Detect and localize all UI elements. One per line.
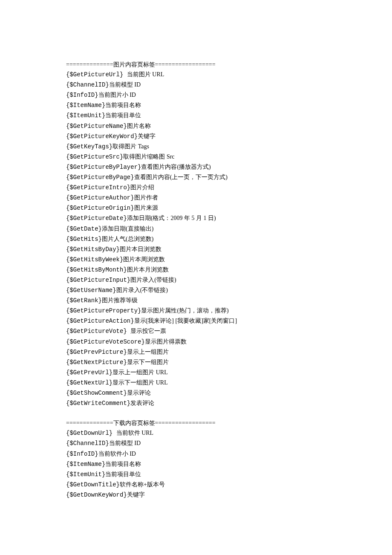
- template-tag: {$GetUserName}: [66, 287, 116, 294]
- template-tag: {$GetHitsByDay}: [66, 246, 120, 253]
- tag-description: 取得图片缩略图 Src: [123, 153, 174, 160]
- tag-description: 关键字: [138, 133, 156, 139]
- template-tag: {$GetKeyTags}: [66, 143, 112, 150]
- tag-line: {$GetHitsByMonth}图片本月浏览数: [66, 265, 326, 275]
- template-tag: {$GetShowComment}: [66, 390, 127, 396]
- tag-description: 显示下一组图片: [127, 359, 169, 365]
- tag-line: {$ChannelID}当前模型 ID: [66, 80, 326, 90]
- tag-line: {$GetRank}图片推荐等级: [66, 295, 326, 306]
- tag-description: 当前模型 ID: [109, 440, 141, 446]
- tag-line: {$GetPictureProperty}显示图片属性(热门，滚动，推荐): [66, 306, 326, 316]
- template-tag: {$GetRank}: [66, 297, 102, 304]
- template-tag: {$GetPictureAuthor}: [66, 194, 134, 201]
- tag-line: {$GetPictureVoteScore}显示图片得票数: [66, 337, 326, 347]
- template-tag: {$GetPictureProperty}: [66, 307, 141, 314]
- tag-description: 显示图片属性(热门，滚动，推荐): [141, 307, 228, 314]
- tag-description: 图片作者: [134, 194, 158, 201]
- tag-description: 当前项目单位: [105, 112, 141, 119]
- tag-description: 图片推荐等级: [102, 297, 138, 304]
- tag-line: {$GetPictureSrc}取得图片缩略图 Src: [66, 152, 326, 162]
- document-page: ==============图片内容页标签=================={…: [0, 0, 392, 500]
- tag-line: {$GetPictureDate}添加日期(格式：2009 年 5 月 1 日): [66, 213, 326, 223]
- tag-line: {$GetPrevPicture}显示上一组图片: [66, 347, 326, 357]
- tag-line: {$GetDownTitle}软件名称+版本号: [66, 480, 326, 490]
- tag-description: 查看图片内容(播放器方式): [141, 164, 210, 170]
- template-tag: {$InfoID}: [66, 92, 98, 98]
- template-tag: {$GetNextPicture}: [66, 359, 127, 366]
- tag-line: {$GetHitsByWeek}图片本周浏览数: [66, 254, 326, 265]
- tag-line: {$GetPictureByPlayer}查看图片内容(播放器方式): [66, 162, 326, 172]
- template-tag: {$ChannelID}: [66, 440, 109, 447]
- tag-description: 显示上一组图片 URL: [112, 369, 168, 376]
- tag-line: {$GetWriteComment}发表评论: [66, 398, 326, 408]
- template-tag: {$ItemName}: [66, 461, 105, 468]
- tag-description: 关键字: [127, 491, 145, 498]
- tag-line: {$GetHitsByDay}图片本日浏览数: [66, 244, 326, 254]
- tag-description: 显示[我来评论] [我要收藏]家[关闭窗口]: [134, 318, 237, 324]
- tag-line: {$GetPictureKeyWord}关键字: [66, 131, 326, 142]
- tag-line: {$GetPictureAuthor}图片作者: [66, 193, 326, 203]
- tag-line: {$GetPictureByPage}查看图片内容(上一页，下一页方式): [66, 172, 326, 182]
- tag-description: 当前模型 ID: [109, 81, 141, 88]
- tag-line: {$GetNextUrl}显示下一组图片 URL: [66, 378, 326, 388]
- tag-line: {$GetHits}图片人气(总浏览数): [66, 234, 326, 244]
- tag-description: 图片来源: [134, 205, 158, 211]
- tag-description: 当前软件 URL: [116, 430, 154, 436]
- tag-line: {$GetPictureOrigin}图片来源: [66, 203, 326, 213]
- template-tag: {$GetNextUrl}: [66, 379, 112, 386]
- tag-description: 当前图片 URL: [127, 71, 164, 78]
- tag-description: 当前项目名称: [105, 102, 141, 108]
- template-tag: {$GetPictureOrigin}: [66, 205, 134, 211]
- template-tag: {$GetDownTitle}: [66, 481, 120, 488]
- template-tag: {$ChannelID}: [66, 81, 109, 88]
- blank-line: [66, 408, 326, 418]
- template-tag: {$GetDownKeyWord}: [66, 491, 127, 498]
- tag-line: {$GetDownKeyWord}关键字: [66, 490, 326, 500]
- tag-line: {$ItemName}当前项目名称: [66, 459, 326, 469]
- tag-line: {$GetPictureIntro}图片介绍: [66, 182, 326, 193]
- template-tag: {$GetDate}: [66, 225, 102, 232]
- tag-line: {$GetPictureInput}图片录入(带链接): [66, 275, 326, 285]
- template-tag: {$GetHitsByWeek}: [66, 256, 123, 263]
- tag-description: 图片本周浏览数: [123, 256, 165, 263]
- tag-description: 图片录入(不带链接): [116, 287, 168, 293]
- tag-description: 图片本月浏览数: [127, 266, 169, 273]
- tag-description: 当前软件小 ID: [98, 451, 136, 457]
- tag-description: 显示下一组图片 URL: [112, 379, 168, 386]
- tag-line: {$ChannelID}当前模型 ID: [66, 438, 326, 448]
- template-tag: {$GetPictureDate}: [66, 215, 127, 222]
- tag-line: {$GetShowComment}显示评论: [66, 388, 326, 398]
- tag-description: 图片人气(总浏览数): [102, 236, 153, 242]
- tag-line: {$GetDate}添加日期(直接输出): [66, 224, 326, 234]
- tag-description: 图片录入(带链接): [130, 277, 176, 283]
- template-tag: {$GetPictureSrc}: [66, 153, 123, 160]
- tag-description: 当前项目单位: [105, 471, 141, 477]
- tag-line: {$GetPictureAction}显示[我来评论] [我要收藏]家[关闭窗口…: [66, 316, 326, 326]
- tag-line: {$InfoID}当前软件小 ID: [66, 449, 326, 459]
- tag-line: {$ItemUnit}当前项目单位: [66, 469, 326, 480]
- template-tag: {$GetPictureByPlayer}: [66, 164, 141, 171]
- template-tag: {$GetHitsByMonth}: [66, 266, 127, 273]
- tag-description: 显示图片得票数: [145, 338, 187, 345]
- tag-line: {$ItemUnit}当前项目单位: [66, 110, 326, 121]
- template-tag: {$GetPictureVoteScore}: [66, 338, 145, 345]
- template-tag: {$GetPictureName}: [66, 123, 127, 130]
- tag-description: 图片名称: [127, 123, 151, 129]
- tag-description: 图片本日浏览数: [120, 246, 161, 252]
- template-tag: {$GetPictureInput}: [66, 277, 130, 283]
- template-tag: {$GetPictureKeyWord}: [66, 133, 138, 140]
- tag-line: {$GetPrevUrl}显示上一组图片 URL: [66, 367, 326, 378]
- tag-description: 软件名称+版本号: [120, 481, 165, 488]
- template-tag: {$GetPictureAction}: [66, 318, 134, 324]
- template-tag: {$GetPictureVote}: [66, 328, 130, 335]
- template-tag: {$GetPictureByPage}: [66, 174, 134, 181]
- section-header: ==============图片内容页标签==================: [66, 60, 326, 69]
- tag-line: {$GetPictureUrl} 当前图片 URL: [66, 69, 326, 80]
- tag-line: {$ItemName}当前项目名称: [66, 100, 326, 110]
- template-tag: {$GetPrevUrl}: [66, 369, 112, 376]
- template-tag: {$GetPictureUrl}: [66, 71, 127, 78]
- tag-description: 当前项目名称: [105, 461, 141, 467]
- tag-description: 当前图片小 ID: [98, 92, 136, 98]
- tag-description: 查看图片内容(上一页，下一页方式): [134, 174, 228, 180]
- section-header: ==============下载内容页标签==================: [66, 418, 326, 428]
